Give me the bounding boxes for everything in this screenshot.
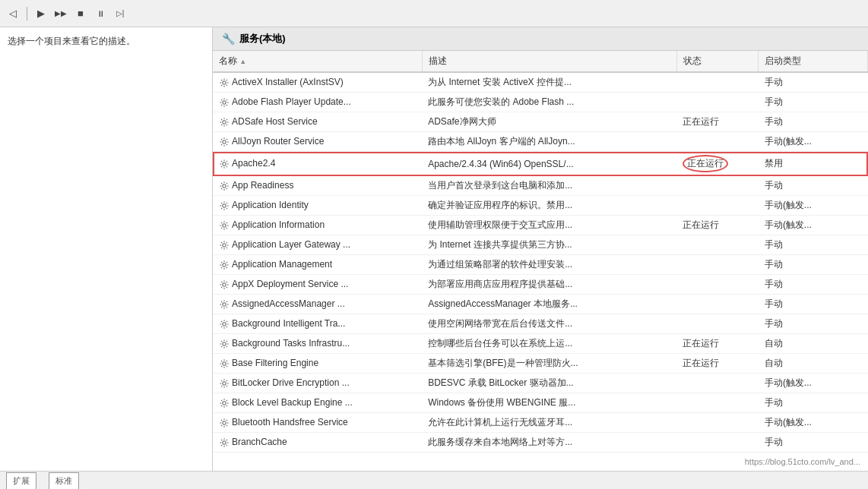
table-row[interactable]: BranchCache此服务缓存来自本地网络上对等方...手动 bbox=[213, 433, 868, 453]
col-header-status[interactable]: 状态 bbox=[676, 51, 759, 72]
cell-desc: BDESVC 承载 BitLocker 驱动器加... bbox=[422, 374, 676, 393]
table-row[interactable]: Application Management为通过组策略部署的软件处理安装...… bbox=[213, 255, 868, 275]
toolbar-btn-back[interactable]: ◁ bbox=[5, 5, 21, 22]
svg-point-7 bbox=[223, 224, 226, 227]
cell-status: 正在运行 bbox=[676, 354, 759, 374]
cell-name: Application Identity bbox=[213, 196, 422, 216]
cell-name: Adobe Flash Player Update... bbox=[213, 93, 422, 112]
cell-startup: 手动 bbox=[759, 93, 868, 112]
toolbar-btn-step[interactable]: ▷| bbox=[112, 5, 128, 22]
cell-name: App Readiness bbox=[213, 176, 422, 196]
table-row[interactable]: Application Information使用辅助管理权限便于交互式应用..… bbox=[213, 216, 868, 235]
cell-name: BitLocker Drive Encryption ... bbox=[213, 374, 422, 393]
cell-status: 正在运行 bbox=[676, 112, 759, 132]
cell-startup: 手动 bbox=[759, 295, 868, 314]
cell-desc: 确定并验证应用程序的标识。禁用... bbox=[422, 196, 676, 216]
cell-name: ActiveX Installer (AxInstSV) bbox=[213, 72, 422, 93]
table-row[interactable]: BitLocker Drive Encryption ...BDESVC 承载 … bbox=[213, 374, 868, 393]
cell-name: Apache2.4 bbox=[213, 152, 422, 176]
svg-point-4 bbox=[223, 162, 226, 166]
col-header-startup[interactable]: 启动类型 bbox=[759, 51, 868, 72]
cell-name: Application Management bbox=[213, 255, 422, 275]
table-row[interactable]: Base Filtering Engine基本筛选引擎(BFE)是一种管理防火.… bbox=[213, 354, 868, 374]
cell-status bbox=[676, 176, 759, 196]
table-row[interactable]: Apache2.4Apache/2.4.34 (Win64) OpenSSL/.… bbox=[213, 152, 868, 176]
table-row[interactable]: Adobe Flash Player Update...此服务可使您安装的 Ad… bbox=[213, 93, 868, 112]
left-panel-description: 选择一个项目来查看它的描述。 bbox=[8, 35, 204, 48]
table-row[interactable]: AppX Deployment Service ...为部署应用商店应用程序提供… bbox=[213, 275, 868, 295]
col-header-name[interactable]: 名称 ▲ bbox=[213, 51, 422, 72]
cell-name: AssignedAccessManager ... bbox=[213, 295, 422, 314]
table-row[interactable]: Application Identity确定并验证应用程序的标识。禁用...手动… bbox=[213, 196, 868, 216]
toolbar-btn-pause[interactable]: ⏸ bbox=[92, 5, 109, 22]
tab-expand[interactable]: 扩展 bbox=[6, 472, 36, 489]
cell-startup: 手动 bbox=[759, 235, 868, 255]
svg-point-14 bbox=[223, 362, 226, 365]
cell-startup: 手动(触发... bbox=[759, 216, 868, 235]
services-panel: 🔧 服务(本地) 名称 ▲ 描述 状态 bbox=[213, 27, 868, 471]
table-row[interactable]: AssignedAccessManager ...AssignedAccessM… bbox=[213, 295, 868, 314]
main-container: 选择一个项目来查看它的描述。 🔧 服务(本地) 名称 ▲ 描述 bbox=[0, 27, 868, 471]
services-title: 服务(本地) bbox=[239, 32, 286, 46]
watermark: https://blog.51cto.com/lv_and... bbox=[745, 457, 860, 466]
cell-startup: 手动 bbox=[759, 112, 868, 132]
toolbar-btn-play[interactable]: ▶ bbox=[33, 5, 49, 22]
gear-icon bbox=[219, 181, 230, 191]
tab-standard[interactable]: 标准 bbox=[49, 472, 79, 489]
svg-point-13 bbox=[223, 342, 226, 345]
table-row[interactable]: Bluetooth Handsfree Service允许在此计算机上运行无线蓝… bbox=[213, 413, 868, 433]
gear-icon bbox=[219, 117, 230, 128]
toolbar: ◁ ▶ ▶▶ ■ ⏸ ▷| bbox=[0, 0, 868, 27]
separator-1 bbox=[27, 7, 27, 21]
cell-desc: 为 Internet 连接共享提供第三方协... bbox=[422, 235, 676, 255]
toolbar-btn-stop[interactable]: ■ bbox=[72, 5, 89, 22]
cell-desc: 当用户首次登录到这台电脑和添加... bbox=[422, 176, 676, 196]
table-row[interactable]: Block Level Backup Engine ...Windows 备份使… bbox=[213, 393, 868, 413]
cell-desc: 为从 Internet 安装 ActiveX 控件提... bbox=[422, 72, 676, 93]
gear-icon bbox=[219, 260, 230, 270]
gear-icon bbox=[219, 437, 230, 448]
gear-icon bbox=[219, 159, 230, 169]
cell-status: 正在运行 bbox=[676, 152, 759, 176]
table-row[interactable]: AllJoyn Router Service路由本地 AllJoyn 客户端的 … bbox=[213, 132, 868, 152]
gear-icon bbox=[219, 240, 230, 251]
svg-point-17 bbox=[223, 421, 226, 424]
services-header: 🔧 服务(本地) bbox=[213, 27, 868, 51]
table-row[interactable]: App Readiness当用户首次登录到这台电脑和添加...手动 bbox=[213, 176, 868, 196]
cell-desc: 基本筛选引擎(BFE)是一种管理防火... bbox=[422, 354, 676, 374]
toolbar-btn-play2[interactable]: ▶▶ bbox=[52, 5, 69, 22]
svg-point-11 bbox=[223, 303, 226, 306]
cell-name: Block Level Backup Engine ... bbox=[213, 393, 422, 413]
table-row[interactable]: ADSafe Host ServiceADSafe净网大师正在运行手动 bbox=[213, 112, 868, 132]
cell-desc: 为部署应用商店应用程序提供基础... bbox=[422, 275, 676, 295]
svg-point-2 bbox=[223, 121, 226, 124]
gear-icon bbox=[219, 418, 230, 428]
cell-status bbox=[676, 93, 759, 112]
services-table[interactable]: 名称 ▲ 描述 状态 启动类型 bbox=[213, 51, 868, 471]
table-row[interactable]: ActiveX Installer (AxInstSV)为从 Internet … bbox=[213, 72, 868, 93]
gear-icon bbox=[219, 378, 230, 389]
col-header-desc[interactable]: 描述 bbox=[422, 51, 676, 72]
gear-icon bbox=[219, 200, 230, 211]
svg-point-12 bbox=[223, 323, 226, 326]
cell-desc: 使用空闲网络带宽在后台传送文件... bbox=[422, 314, 676, 334]
cell-name: Application Layer Gateway ... bbox=[213, 235, 422, 255]
cell-name: Base Filtering Engine bbox=[213, 354, 422, 374]
svg-point-9 bbox=[223, 263, 226, 267]
cell-status bbox=[676, 196, 759, 216]
cell-desc: 控制哪些后台任务可以在系统上运... bbox=[422, 334, 676, 354]
gear-icon bbox=[219, 339, 230, 349]
cell-status bbox=[676, 413, 759, 433]
gear-icon bbox=[219, 97, 230, 108]
cell-status bbox=[676, 314, 759, 334]
table-row[interactable]: Application Layer Gateway ...为 Internet … bbox=[213, 235, 868, 255]
cell-startup: 手动(触发... bbox=[759, 132, 868, 152]
cell-startup: 手动(触发... bbox=[759, 374, 868, 393]
cell-status bbox=[676, 374, 759, 393]
svg-point-16 bbox=[223, 402, 226, 405]
cell-status bbox=[676, 393, 759, 413]
table-row[interactable]: Background Tasks Infrastru...控制哪些后台任务可以在… bbox=[213, 334, 868, 354]
svg-point-0 bbox=[223, 81, 226, 84]
sort-arrow: ▲ bbox=[239, 58, 246, 65]
table-row[interactable]: Background Intelligent Tra...使用空闲网络带宽在后台… bbox=[213, 314, 868, 334]
